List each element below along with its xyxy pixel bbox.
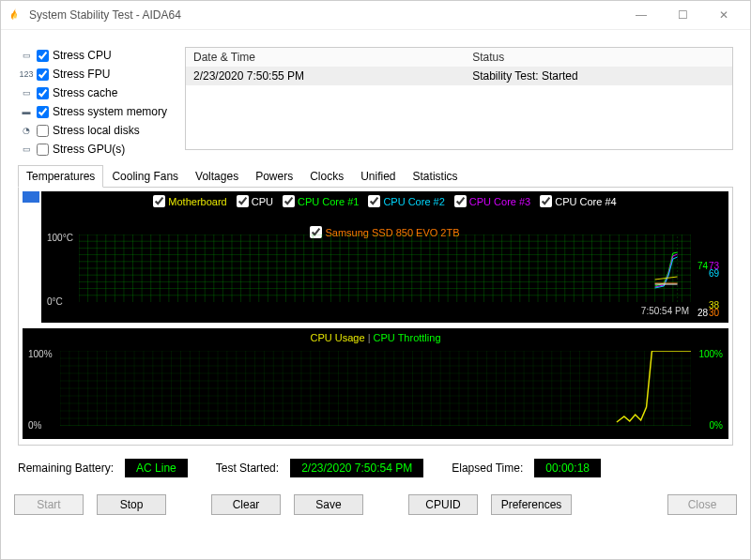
legend-item[interactable]: CPU Core #3 bbox=[454, 195, 530, 207]
stress-checkbox[interactable] bbox=[37, 125, 49, 137]
stress-option[interactable]: ▭Stress cache bbox=[18, 84, 176, 101]
clear-button[interactable]: Clear bbox=[211, 494, 281, 515]
window-title: System Stability Test - AIDA64 bbox=[29, 8, 181, 22]
temp-grid bbox=[79, 235, 691, 302]
stress-options: ▭Stress CPU123Stress FPU▭Stress cache▬St… bbox=[18, 47, 176, 159]
minimize-button[interactable]: — bbox=[621, 2, 662, 28]
started-label: Test Started: bbox=[216, 462, 279, 475]
legend-label: Motherboard bbox=[168, 196, 226, 207]
stress-checkbox[interactable] bbox=[37, 68, 49, 81]
device-icon: ▭ bbox=[18, 86, 35, 99]
device-icon: ▬ bbox=[18, 105, 35, 118]
stress-label: Stress local disks bbox=[53, 124, 140, 137]
stress-checkbox[interactable] bbox=[37, 106, 49, 118]
stress-checkbox[interactable] bbox=[37, 87, 49, 99]
temp-readout: 28 bbox=[697, 308, 708, 318]
device-icon: 123 bbox=[18, 68, 35, 81]
cpu-throttle-label: CPU Throttling bbox=[374, 332, 441, 343]
temperature-chart: MotherboardCPUCPU Core #1CPU Core #2CPU … bbox=[41, 191, 728, 323]
temp-readout: 74 bbox=[697, 261, 708, 271]
log-col-datetime: Date & Time bbox=[186, 48, 465, 67]
stress-label: Stress system memory bbox=[53, 105, 167, 118]
close-window-button[interactable]: ✕ bbox=[703, 2, 744, 28]
tab-statistics[interactable]: Statistics bbox=[405, 165, 467, 188]
tab-clocks[interactable]: Clocks bbox=[301, 165, 352, 188]
tab-voltages[interactable]: Voltages bbox=[187, 165, 247, 188]
stress-option[interactable]: ▭Stress CPU bbox=[18, 47, 176, 64]
legend-checkbox[interactable] bbox=[540, 195, 552, 207]
stress-option[interactable]: ◔Stress local disks bbox=[18, 122, 176, 139]
legend-label: CPU Core #4 bbox=[555, 196, 616, 207]
button-row: Start Stop Clear Save CPUID Preferences … bbox=[14, 494, 737, 515]
cpu-yL-top: 100% bbox=[28, 349, 53, 359]
log-row[interactable]: 2/23/2020 7:50:55 PMStability Test: Star… bbox=[186, 67, 732, 85]
stop-button[interactable]: Stop bbox=[97, 494, 166, 515]
close-button: Close bbox=[667, 494, 737, 515]
stress-option[interactable]: ▬Stress system memory bbox=[18, 103, 176, 120]
start-button: Start bbox=[14, 494, 84, 515]
started-value: 2/23/2020 7:50:54 PM bbox=[290, 459, 423, 477]
cpu-usage-label: CPU Usage bbox=[311, 332, 365, 343]
maximize-button[interactable]: ☐ bbox=[662, 2, 703, 28]
cpu-grid bbox=[60, 351, 691, 426]
legend-label: CPU Core #1 bbox=[298, 196, 359, 207]
legend-checkbox[interactable] bbox=[283, 195, 295, 207]
legend-checkbox[interactable] bbox=[153, 195, 165, 207]
legend-label: CPU bbox=[252, 196, 273, 207]
temp-x-time: 7:50:54 PM bbox=[641, 306, 689, 316]
temp-y-bot: 0°C bbox=[47, 296, 63, 307]
legend-item[interactable]: CPU Core #4 bbox=[540, 195, 616, 207]
battery-label: Remaining Battery: bbox=[18, 462, 114, 475]
log-col-status: Status bbox=[465, 48, 732, 67]
sensor-picker[interactable] bbox=[23, 191, 39, 313]
tab-unified[interactable]: Unified bbox=[352, 165, 404, 188]
stress-label: Stress FPU bbox=[53, 68, 110, 81]
legend-label: CPU Core #3 bbox=[469, 196, 530, 207]
legend-checkbox[interactable] bbox=[454, 195, 467, 207]
cpu-yR-top: 100% bbox=[698, 349, 723, 359]
elapsed-label: Elapsed Time: bbox=[452, 462, 523, 475]
stress-label: Stress CPU bbox=[53, 49, 112, 62]
temp-readout: 30 bbox=[709, 308, 719, 318]
event-log[interactable]: Date & TimeStatus 2/23/2020 7:50:55 PMSt… bbox=[185, 47, 733, 150]
cpuid-button[interactable]: CPUID bbox=[408, 494, 478, 515]
stress-label: Stress cache bbox=[53, 86, 117, 99]
app-window: System Stability Test - AIDA64 — ☐ ✕ ▭St… bbox=[0, 0, 751, 560]
cpu-usage-chart: CPU Usage | CPU Throttling 100% 0% 100% … bbox=[23, 328, 728, 439]
stress-checkbox[interactable] bbox=[37, 50, 49, 62]
status-row: Remaining Battery: AC Line Test Started:… bbox=[18, 459, 733, 477]
device-icon: ◔ bbox=[18, 124, 35, 137]
cpu-yL-bot: 0% bbox=[28, 420, 41, 431]
temp-readout: 69 bbox=[709, 268, 719, 279]
legend-label: CPU Core #2 bbox=[383, 196, 444, 207]
device-icon: ▭ bbox=[18, 49, 35, 62]
stress-label: Stress GPU(s) bbox=[53, 143, 125, 156]
legend-item[interactable]: CPU bbox=[237, 195, 273, 207]
legend-item[interactable]: CPU Core #1 bbox=[283, 195, 359, 207]
stress-option[interactable]: ▭Stress GPU(s) bbox=[18, 141, 176, 158]
save-button[interactable]: Save bbox=[294, 494, 363, 515]
legend-checkbox[interactable] bbox=[368, 195, 380, 207]
cpu-yR-bot: 0% bbox=[710, 420, 723, 431]
tab-powers[interactable]: Powers bbox=[247, 165, 301, 188]
chart-tabs: TemperaturesCooling FansVoltagesPowersCl… bbox=[18, 165, 733, 188]
tab-cooling-fans[interactable]: Cooling Fans bbox=[103, 165, 187, 188]
app-icon bbox=[8, 8, 23, 23]
elapsed-value: 00:00:18 bbox=[534, 459, 601, 477]
title-bar: System Stability Test - AIDA64 — ☐ ✕ bbox=[1, 1, 750, 30]
stress-option[interactable]: 123Stress FPU bbox=[18, 66, 176, 83]
legend-checkbox[interactable] bbox=[237, 195, 249, 207]
device-icon: ▭ bbox=[18, 143, 35, 156]
preferences-button[interactable]: Preferences bbox=[491, 494, 572, 515]
legend-item[interactable]: Motherboard bbox=[153, 195, 226, 207]
battery-value: AC Line bbox=[125, 459, 188, 477]
temp-y-top: 100°C bbox=[47, 233, 73, 243]
legend-item[interactable]: CPU Core #2 bbox=[368, 195, 444, 207]
tab-temperatures[interactable]: Temperatures bbox=[18, 165, 103, 188]
stress-checkbox[interactable] bbox=[37, 144, 49, 156]
